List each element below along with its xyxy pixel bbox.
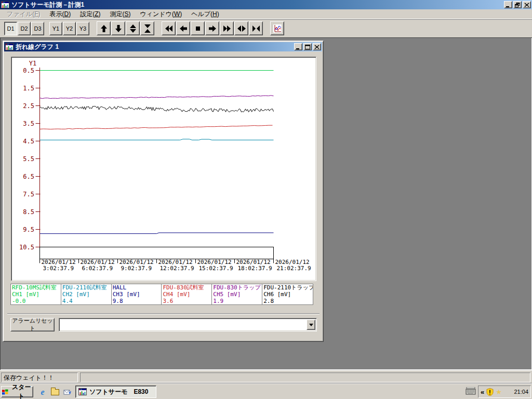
expand-vertical-button[interactable]	[126, 21, 140, 35]
x-tick-time: 18:02:37.9	[238, 265, 272, 272]
compress-vertical-button[interactable]	[140, 21, 154, 35]
menu-file-mnemonic: F	[34, 10, 38, 18]
fast-backward-button[interactable]	[162, 21, 176, 35]
child-minimize-button[interactable]	[294, 43, 302, 50]
outlook-express-icon	[63, 389, 72, 396]
mdi-client-area: 折れ線グラフ 1 Y10.51.52.53.54.55.56.57.58.59.…	[0, 37, 532, 370]
legend-value: 9.8	[113, 298, 161, 304]
toolbar-d2-button[interactable]: D2	[18, 22, 31, 35]
status-secondary	[80, 373, 530, 382]
scroll-up-button[interactable]	[97, 21, 111, 35]
separator	[7, 313, 320, 314]
graph-settings-button[interactable]	[270, 21, 284, 35]
y-tick-label: 4.5	[23, 138, 34, 145]
chart-panel: Y10.51.52.53.54.55.56.57.58.59.510.52026…	[11, 57, 316, 281]
toolbar-d3-button[interactable]: D3	[31, 22, 44, 35]
compress-horizontal-button[interactable]	[249, 21, 263, 35]
y-tick-label: 3.5	[23, 120, 34, 127]
child-maximize-button[interactable]	[303, 43, 312, 50]
menu-settings[interactable]: 設定(Z)	[75, 9, 105, 19]
fast-forward-button[interactable]	[220, 21, 234, 35]
double-left-icon	[165, 24, 173, 33]
legend-cell-ch3: HALL CH3 [mV] 9.8	[112, 284, 162, 304]
step-left-button[interactable]	[176, 21, 190, 35]
expand-horizontal-icon	[237, 24, 246, 33]
step-right-button[interactable]	[205, 21, 219, 35]
x-tick-time: 21:02:37.9	[277, 265, 311, 272]
tray-clock: 21:04	[514, 389, 528, 395]
restore-icon	[515, 3, 520, 7]
menu-view-label: 表示	[49, 10, 62, 18]
series-CH4	[40, 125, 273, 129]
quicklaunch-internet-explorer[interactable]: e	[37, 387, 48, 397]
toolbar-y2-button[interactable]: Y2	[63, 22, 76, 35]
x-tick-time: 6:02:37.9	[82, 265, 113, 272]
legend-channel: CH3 [mV]	[113, 291, 161, 298]
stop-button[interactable]	[191, 21, 205, 35]
alarm-combobox[interactable]	[59, 318, 317, 331]
menu-file[interactable]: ファイル(F)	[2, 9, 45, 19]
status-message: 保存ウェイト！！	[1, 373, 78, 382]
arrow-down-icon	[114, 24, 123, 33]
windows-logo-icon	[2, 389, 8, 395]
statusbar: 保存ウェイト！！	[0, 370, 532, 383]
task-label: ソフトサーモ E830	[89, 388, 148, 396]
app-icon	[1, 1, 9, 8]
combobox-dropdown-button[interactable]	[307, 320, 315, 330]
series-CH3	[40, 233, 274, 234]
y-tick-label: 2.5	[23, 102, 34, 110]
x-tick-time: 15:02:37.9	[199, 265, 233, 272]
alarm-reset-button[interactable]: アラームリセット	[10, 318, 55, 331]
taskbar: スタート e ソフトサーモ E830 «	[0, 383, 532, 399]
menu-measure-mnemonic: S	[124, 10, 128, 18]
channel-legend: RFD-10MS試料室 CH1 [mV] -0.0 FDU-2110試料室 CH…	[10, 284, 313, 305]
legend-value: 1.9	[213, 298, 261, 304]
line-graph-titlebar[interactable]: 折れ線グラフ 1	[4, 42, 322, 51]
arrow-up-icon	[100, 24, 108, 33]
menu-window[interactable]: ウィンドウ(W)	[136, 9, 187, 19]
security-alert-shield-icon[interactable]	[486, 388, 494, 396]
y-tick-label: 0.5	[23, 67, 34, 74]
menu-help-mnemonic: H	[212, 10, 217, 18]
system-tray: « ★ 21:04	[478, 385, 531, 398]
start-button[interactable]: スタート	[1, 386, 33, 397]
compress-horizontal-icon	[252, 24, 260, 33]
close-icon	[314, 45, 320, 49]
menu-measure[interactable]: 測定(S)	[105, 9, 135, 19]
y-tick-label: 5.5	[23, 155, 34, 163]
child-close-button[interactable]	[313, 43, 321, 50]
legend-value: 4.4	[62, 298, 110, 304]
legend-channel: CH1 [mV]	[12, 291, 60, 298]
toolbar-d1-button[interactable]: D1	[4, 22, 17, 35]
quicklaunch-outlook-express[interactable]	[62, 387, 73, 397]
x-tick-time: 3:02:37.9	[43, 265, 74, 272]
toolbar-y1-button[interactable]: Y1	[49, 22, 62, 35]
window-title: ソフトサーモ計測－計測1	[11, 1, 503, 9]
close-button[interactable]	[523, 1, 531, 8]
menu-view[interactable]: 表示(D)	[45, 9, 75, 19]
quicklaunch-folder[interactable]	[50, 387, 60, 397]
menu-window-mnemonic: W	[174, 10, 180, 18]
legend-channel: CH6 [mV]	[263, 291, 312, 298]
language-keyboard-icon[interactable]	[466, 387, 476, 396]
y-axis-label: Y1	[29, 60, 36, 67]
menu-measure-label: 測定	[110, 10, 122, 18]
restore-button[interactable]	[513, 1, 522, 8]
expand-vertical-icon	[129, 24, 137, 33]
menu-settings-label: 設定	[80, 10, 92, 18]
minimize-button[interactable]	[504, 1, 512, 8]
line-chart[interactable]: Y10.51.52.53.54.55.56.57.58.59.510.52026…	[12, 58, 315, 280]
menu-help[interactable]: ヘルプ(H)	[187, 9, 224, 19]
line-graph-window-icon	[5, 43, 14, 50]
series-CH6	[40, 106, 274, 112]
stop-icon	[194, 24, 202, 33]
star-icon[interactable]: ★	[496, 388, 502, 396]
legend-value: 2.8	[263, 298, 312, 304]
expand-horizontal-button[interactable]	[234, 21, 248, 35]
legend-station: FDU-830トラップ	[213, 284, 261, 291]
scroll-down-button[interactable]	[111, 21, 125, 35]
series-CH2	[40, 139, 274, 140]
task-button-softthermo[interactable]: ソフトサーモ E830	[75, 385, 156, 398]
toolbar-y3-button[interactable]: Y3	[76, 22, 89, 35]
tray-chevrons[interactable]: «	[481, 388, 484, 396]
